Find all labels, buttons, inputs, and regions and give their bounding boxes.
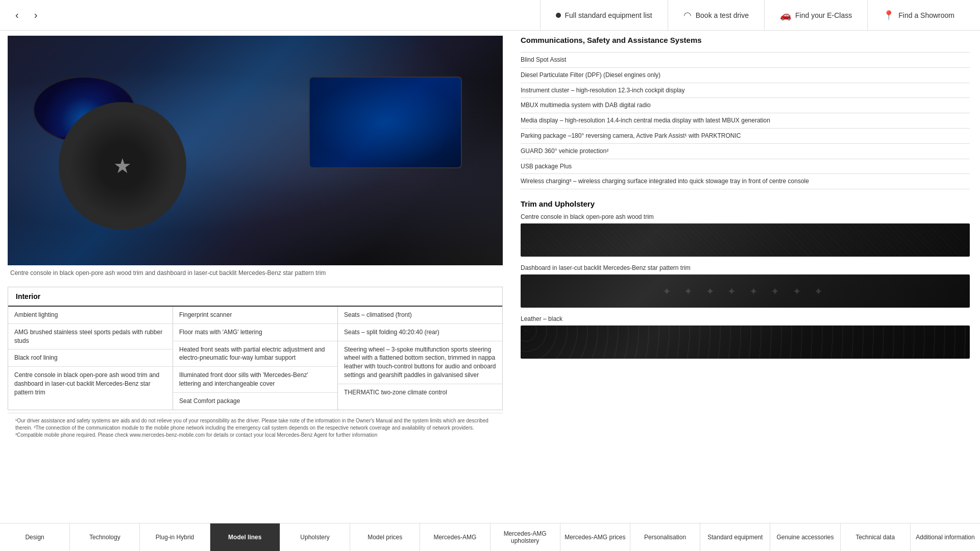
interior-item-seats-rear: Seats – split folding 40:20:40 (rear) xyxy=(338,324,502,341)
nav-item-test-drive[interactable]: ◠ Book a test drive xyxy=(668,0,764,31)
list-item-media-display: Media display – high-resolution 14.4-inc… xyxy=(521,113,970,129)
trim-item-console: Centre console in black open-pore ash wo… xyxy=(521,213,970,257)
list-item-usb: USB package Plus xyxy=(521,159,970,174)
bottom-nav-additional-info[interactable]: Additional information xyxy=(911,523,980,551)
main-content: Centre console in black open-pore ash wo… xyxy=(0,31,980,448)
dot-icon xyxy=(556,13,561,18)
right-panel: Communications, Safety and Assistance Sy… xyxy=(510,36,980,443)
interior-col-3: Seats – climatised (front) Seats – split… xyxy=(338,307,502,410)
list-item-guard: GUARD 360° vehicle protection² xyxy=(521,144,970,159)
comms-feature-list: Blind Spot Assist Diesel Particulate Fil… xyxy=(521,52,970,189)
bottom-nav-technical-data[interactable]: Technical data xyxy=(841,523,911,551)
interior-item-console: Centre console in black open-pore ash wo… xyxy=(8,367,173,400)
trim-label-leather: Leather – black xyxy=(521,315,970,322)
trim-label-dashboard: Dashboard in laser-cut backlit Mercedes-… xyxy=(521,264,970,271)
interior-col-1: Ambient lighting AMG brushed stainless s… xyxy=(8,307,173,410)
bottom-nav-personalisation[interactable]: Personalisation xyxy=(630,523,700,551)
footnotes: ¹Our driver assistance and safety system… xyxy=(8,413,503,443)
trim-section: Trim and Upholstery Centre console in bl… xyxy=(521,199,970,359)
nav-equipment-label: Full standard equipment list xyxy=(565,11,652,19)
nav-find-eclass-label: Find your E-Class xyxy=(795,11,852,19)
nav-item-find-eclass[interactable]: 🚗 Find your E-Class xyxy=(764,0,867,31)
nav-item-find-showroom[interactable]: 📍 Find a Showroom xyxy=(867,0,970,31)
bottom-nav-mercedes-amg-upholstery[interactable]: Mercedes-AMG upholstery xyxy=(491,523,560,551)
interior-item-pedals: AMG brushed stainless steel sports pedal… xyxy=(8,324,173,350)
interior-item-door-sills: Illuminated front door sills with 'Merce… xyxy=(173,367,337,393)
interior-item-heated-seats: Heated front seats with partial electric… xyxy=(173,341,337,367)
list-item-blind-spot: Blind Spot Assist xyxy=(521,52,970,68)
interior-item-seats-front: Seats – climatised (front) xyxy=(338,307,502,324)
top-navigation: ‹ › Full standard equipment list ◠ Book … xyxy=(0,0,980,31)
nav-test-drive-label: Book a test drive xyxy=(696,11,749,19)
dashboard-screen xyxy=(309,77,462,168)
list-item-instrument: Instrument cluster – high-resolution 12.… xyxy=(521,83,970,98)
bottom-nav-plugin-hybrid[interactable]: Plug-in Hybrid xyxy=(140,523,210,551)
bottom-nav-standard-equipment[interactable]: Standard equipment xyxy=(700,523,770,551)
list-item-wireless: Wireless charging³ – wireless charging s… xyxy=(521,174,970,189)
bottom-navigation: Design Technology Plug-in Hybrid Model l… xyxy=(0,523,980,551)
bottom-nav-mercedes-amg-prices[interactable]: Mercedes-AMG prices xyxy=(560,523,630,551)
bottom-nav-technology[interactable]: Technology xyxy=(70,523,140,551)
trim-item-leather: Leather – black xyxy=(521,315,970,359)
trim-swatch-console xyxy=(521,223,970,257)
interior-item-seat-comfort: Seat Comfort package xyxy=(173,393,337,410)
bottom-nav-genuine-accessories[interactable]: Genuine accessories xyxy=(770,523,840,551)
interior-item-ambient: Ambient lighting xyxy=(8,307,173,324)
nav-items: Full standard equipment list ◠ Book a te… xyxy=(540,0,970,31)
trim-label-console: Centre console in black open-pore ash wo… xyxy=(521,213,970,220)
trim-swatch-dashboard xyxy=(521,274,970,308)
interior-item-fingerprint: Fingerprint scanner xyxy=(173,307,337,324)
nav-item-equipment[interactable]: Full standard equipment list xyxy=(540,0,668,31)
list-item-mbux: MBUX multimedia system with DAB digital … xyxy=(521,98,970,113)
nav-find-showroom-label: Find a Showroom xyxy=(898,11,954,19)
interior-table: Ambient lighting AMG brushed stainless s… xyxy=(8,307,502,410)
interior-item-climate: THERMATIC two-zone climate control xyxy=(338,384,502,401)
comms-section: Communications, Safety and Assistance Sy… xyxy=(521,36,970,189)
trim-title: Trim and Upholstery xyxy=(521,199,970,208)
bottom-nav-model-prices[interactable]: Model prices xyxy=(350,523,420,551)
steering-wheel-visual xyxy=(59,102,186,230)
bottom-nav-model-lines[interactable]: Model lines xyxy=(210,523,280,551)
trim-swatch-leather xyxy=(521,325,970,359)
bottom-nav-mercedes-amg[interactable]: Mercedes-AMG xyxy=(420,523,490,551)
interior-item-floormats: Floor mats with 'AMG' lettering xyxy=(173,324,337,341)
car-icon: 🚗 xyxy=(780,10,791,21)
interior-header: Interior xyxy=(8,287,502,307)
list-item-parking: Parking package –180° reversing camera, … xyxy=(521,129,970,144)
bottom-nav-design[interactable]: Design xyxy=(0,523,70,551)
interior-col-2: Fingerprint scanner Floor mats with 'AMG… xyxy=(173,307,338,410)
next-arrow[interactable]: › xyxy=(29,7,43,23)
interior-section: Interior Ambient lighting AMG brushed st… xyxy=(8,287,503,410)
trim-item-dashboard: Dashboard in laser-cut backlit Mercedes-… xyxy=(521,264,970,308)
interior-item-steering: Steering wheel – 3-spoke multifunction s… xyxy=(338,341,502,384)
list-item-dpf: Diesel Particulate Filter (DPF) (Diesel … xyxy=(521,68,970,83)
left-panel: Centre console in black open-pore ash wo… xyxy=(0,36,510,443)
nav-arrows: ‹ › xyxy=(10,7,42,23)
steering-icon: ◠ xyxy=(683,10,692,21)
prev-arrow[interactable]: ‹ xyxy=(10,7,24,23)
map-icon: 📍 xyxy=(883,10,894,21)
car-interior-image xyxy=(8,36,503,265)
bottom-nav-upholstery[interactable]: Upholstery xyxy=(280,523,350,551)
image-caption: Centre console in black open-pore ash wo… xyxy=(8,269,503,277)
interior-item-roof: Black roof lining xyxy=(8,349,173,367)
comms-title: Communications, Safety and Assistance Sy… xyxy=(521,36,970,47)
